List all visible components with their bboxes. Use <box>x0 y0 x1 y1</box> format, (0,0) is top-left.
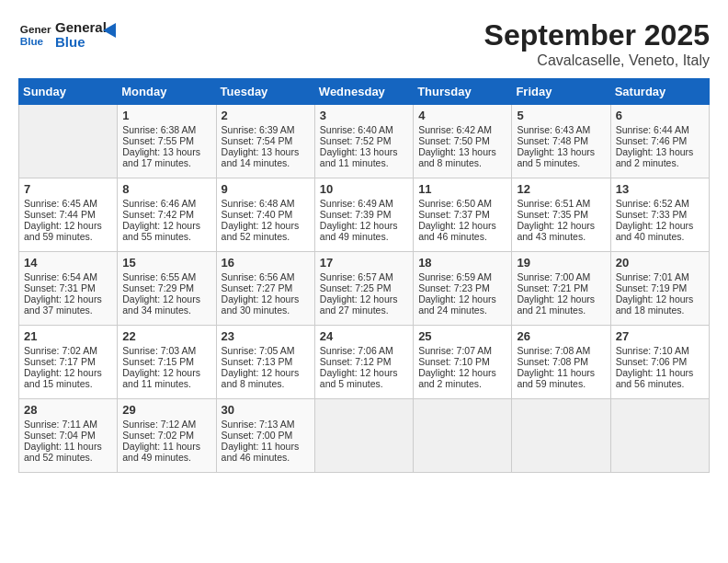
daylight-text: Daylight: 12 hours and 46 minutes. <box>418 220 506 242</box>
sunrise-text: Sunrise: 7:13 AM <box>222 419 310 430</box>
sunset-text: Sunset: 7:19 PM <box>616 282 704 293</box>
calendar-cell: 26Sunrise: 7:08 AMSunset: 7:08 PMDayligh… <box>512 326 610 399</box>
month-title: September 2025 <box>484 18 710 52</box>
calendar-cell: 8Sunrise: 6:46 AMSunset: 7:42 PMDaylight… <box>118 178 216 252</box>
daylight-text: Daylight: 12 hours and 18 minutes. <box>616 293 704 316</box>
weekday-header-saturday: Saturday <box>610 79 709 105</box>
calendar-cell <box>512 399 610 473</box>
daylight-text: Daylight: 12 hours and 49 minutes. <box>320 220 408 242</box>
sunrise-text: Sunrise: 7:00 AM <box>517 271 605 282</box>
daylight-text: Daylight: 12 hours and 52 minutes. <box>222 220 310 242</box>
calendar-cell: 17Sunrise: 6:57 AMSunset: 7:25 PMDayligh… <box>314 252 413 326</box>
daylight-text: Daylight: 12 hours and 40 minutes. <box>616 220 704 242</box>
calendar-week-row: 7Sunrise: 6:45 AMSunset: 7:44 PMDaylight… <box>19 178 710 252</box>
calendar-week-row: 21Sunrise: 7:02 AMSunset: 7:17 PMDayligh… <box>19 326 710 399</box>
sunset-text: Sunset: 7:46 PM <box>616 135 704 146</box>
sunrise-text: Sunrise: 7:11 AM <box>24 419 112 430</box>
sunrise-text: Sunrise: 6:54 AM <box>24 271 112 282</box>
calendar-cell: 18Sunrise: 6:59 AMSunset: 7:23 PMDayligh… <box>414 252 512 326</box>
sunset-text: Sunset: 7:44 PM <box>24 209 112 220</box>
daylight-text: Daylight: 11 hours and 49 minutes. <box>122 441 210 463</box>
day-number: 7 <box>24 182 112 196</box>
location-title: Cavalcaselle, Veneto, Italy <box>484 52 710 69</box>
day-number: 8 <box>122 182 210 196</box>
daylight-text: Daylight: 13 hours and 11 minutes. <box>320 146 408 168</box>
day-number: 9 <box>222 182 310 196</box>
calendar-cell: 6Sunrise: 6:44 AMSunset: 7:46 PMDaylight… <box>610 105 709 178</box>
calendar-cell: 29Sunrise: 7:12 AMSunset: 7:02 PMDayligh… <box>118 399 216 473</box>
calendar-cell: 27Sunrise: 7:10 AMSunset: 7:06 PMDayligh… <box>610 326 709 399</box>
svg-marker-3 <box>103 23 116 38</box>
day-number: 20 <box>616 256 704 270</box>
daylight-text: Daylight: 11 hours and 59 minutes. <box>517 367 605 389</box>
sunrise-text: Sunrise: 6:40 AM <box>320 124 408 135</box>
day-number: 6 <box>616 109 704 122</box>
sunrise-text: Sunrise: 7:12 AM <box>122 419 210 430</box>
calendar-cell: 19Sunrise: 7:00 AMSunset: 7:21 PMDayligh… <box>512 252 610 326</box>
day-number: 16 <box>222 256 310 270</box>
logo-icon: General Blue <box>18 18 51 52</box>
calendar-cell: 25Sunrise: 7:07 AMSunset: 7:10 PMDayligh… <box>414 326 512 399</box>
calendar-cell: 22Sunrise: 7:03 AMSunset: 7:15 PMDayligh… <box>118 326 216 399</box>
calendar-cell: 1Sunrise: 6:38 AMSunset: 7:55 PMDaylight… <box>118 105 216 178</box>
sunset-text: Sunset: 7:52 PM <box>320 135 408 146</box>
sunrise-text: Sunrise: 6:39 AM <box>222 124 310 135</box>
sunrise-text: Sunrise: 6:42 AM <box>418 124 506 135</box>
calendar-cell: 9Sunrise: 6:48 AMSunset: 7:40 PMDaylight… <box>216 178 314 252</box>
daylight-text: Daylight: 12 hours and 30 minutes. <box>222 293 310 316</box>
daylight-text: Daylight: 12 hours and 55 minutes. <box>122 220 210 242</box>
logo: General Blue General Blue <box>18 18 125 52</box>
sunset-text: Sunset: 7:42 PM <box>122 209 210 220</box>
calendar-cell: 7Sunrise: 6:45 AMSunset: 7:44 PMDaylight… <box>19 178 118 252</box>
sunrise-text: Sunrise: 7:06 AM <box>320 345 408 356</box>
calendar-cell <box>314 399 413 473</box>
sunrise-text: Sunrise: 6:57 AM <box>320 271 408 282</box>
sunrise-text: Sunrise: 7:10 AM <box>616 345 704 356</box>
calendar-cell: 5Sunrise: 6:43 AMSunset: 7:48 PMDaylight… <box>512 105 610 178</box>
sunset-text: Sunset: 7:29 PM <box>122 282 210 293</box>
calendar-cell: 15Sunrise: 6:55 AMSunset: 7:29 PMDayligh… <box>118 252 216 326</box>
sunset-text: Sunset: 7:48 PM <box>517 135 605 146</box>
calendar-cell: 14Sunrise: 6:54 AMSunset: 7:31 PMDayligh… <box>19 252 118 326</box>
sunset-text: Sunset: 7:00 PM <box>222 430 310 441</box>
calendar-cell: 3Sunrise: 6:40 AMSunset: 7:52 PMDaylight… <box>314 105 413 178</box>
daylight-text: Daylight: 11 hours and 46 minutes. <box>222 441 310 463</box>
daylight-text: Daylight: 12 hours and 2 minutes. <box>418 367 506 389</box>
daylight-text: Daylight: 12 hours and 27 minutes. <box>320 293 408 316</box>
sunrise-text: Sunrise: 6:48 AM <box>222 198 310 209</box>
calendar-cell: 30Sunrise: 7:13 AMSunset: 7:00 PMDayligh… <box>216 399 314 473</box>
sunset-text: Sunset: 7:04 PM <box>24 430 112 441</box>
sunset-text: Sunset: 7:12 PM <box>320 356 408 367</box>
calendar-cell: 10Sunrise: 6:49 AMSunset: 7:39 PMDayligh… <box>314 178 413 252</box>
day-number: 1 <box>122 109 210 122</box>
sunset-text: Sunset: 7:37 PM <box>418 209 506 220</box>
sunset-text: Sunset: 7:39 PM <box>320 209 408 220</box>
calendar-cell: 13Sunrise: 6:52 AMSunset: 7:33 PMDayligh… <box>610 178 709 252</box>
calendar-cell <box>610 399 709 473</box>
day-number: 2 <box>222 109 310 122</box>
sunrise-text: Sunrise: 6:46 AM <box>122 198 210 209</box>
logo-arrow-icon <box>103 19 125 41</box>
calendar-cell: 16Sunrise: 6:56 AMSunset: 7:27 PMDayligh… <box>216 252 314 326</box>
daylight-text: Daylight: 12 hours and 5 minutes. <box>320 367 408 389</box>
day-number: 21 <box>24 329 112 343</box>
daylight-text: Daylight: 12 hours and 15 minutes. <box>24 367 112 389</box>
day-number: 5 <box>517 109 605 122</box>
sunrise-text: Sunrise: 6:59 AM <box>418 271 506 282</box>
day-number: 10 <box>320 182 408 196</box>
calendar-cell: 2Sunrise: 6:39 AMSunset: 7:54 PMDaylight… <box>216 105 314 178</box>
daylight-text: Daylight: 12 hours and 8 minutes. <box>222 367 310 389</box>
calendar-week-row: 1Sunrise: 6:38 AMSunset: 7:55 PMDaylight… <box>19 105 710 178</box>
sunset-text: Sunset: 7:13 PM <box>222 356 310 367</box>
sunset-text: Sunset: 7:21 PM <box>517 282 605 293</box>
sunrise-text: Sunrise: 6:38 AM <box>122 124 210 135</box>
calendar-cell <box>414 399 512 473</box>
daylight-text: Daylight: 12 hours and 37 minutes. <box>24 293 112 316</box>
day-number: 23 <box>222 329 310 343</box>
calendar-cell: 23Sunrise: 7:05 AMSunset: 7:13 PMDayligh… <box>216 326 314 399</box>
sunset-text: Sunset: 7:17 PM <box>24 356 112 367</box>
sunset-text: Sunset: 7:15 PM <box>122 356 210 367</box>
page-header: General Blue General Blue September 2025… <box>18 18 710 69</box>
calendar-cell: 28Sunrise: 7:11 AMSunset: 7:04 PMDayligh… <box>19 399 118 473</box>
sunrise-text: Sunrise: 6:56 AM <box>222 271 310 282</box>
